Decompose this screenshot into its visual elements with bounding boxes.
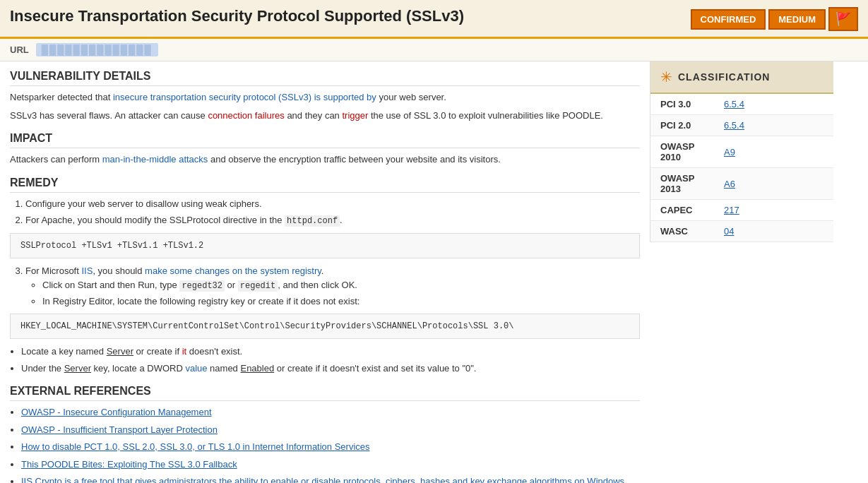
classification-row-value[interactable]: 04	[714, 221, 833, 242]
classification-sidebar: ✳ CLASSIFICATION PCI 3.06.5.4PCI 2.06.5.…	[650, 61, 833, 242]
regedit-code: regedit	[238, 280, 278, 292]
registry-key-code-block: HKEY_LOCAL_MACHINE\SYSTEM\CurrentControl…	[10, 314, 640, 339]
classification-row-label: OWASP 2013	[650, 168, 714, 200]
url-label: URL	[10, 44, 29, 55]
page-title: Insecure Transportation Security Protoco…	[10, 7, 677, 25]
vuln-highlight-3: trigger	[342, 110, 368, 121]
classification-row-label: WASC	[650, 221, 714, 242]
url-value: ██████████████	[36, 43, 158, 56]
classification-row-label: CAPEC	[650, 200, 714, 221]
remedy-step-2: For Apache, you should modify the SSLPro…	[25, 213, 640, 227]
vuln-highlight-2: connection failures	[208, 110, 284, 121]
header-bar: Insecure Transportation Security Protoco…	[0, 0, 868, 39]
make-changes-highlight: make some changes on the system registry	[145, 266, 321, 276]
registry-substeps: Click on Start and then Run, type regedt…	[42, 278, 640, 309]
iis-highlight: IIS	[81, 266, 93, 276]
header-badges: CONFIRMED MEDIUM 🚩	[691, 7, 858, 31]
classification-row-value[interactable]: 6.5.4	[714, 94, 833, 115]
classification-row-label: PCI 2.0	[650, 115, 714, 136]
main-layout: VULNERABILITY DETAILS Netsparker detecte…	[0, 61, 868, 483]
classification-row-value[interactable]: A6	[714, 168, 833, 200]
impact-heading: IMPACT	[10, 132, 640, 148]
external-ref-link[interactable]: OWASP - Insecure Configuration Managemen…	[21, 407, 212, 417]
classification-row-value[interactable]: 217	[714, 200, 833, 221]
external-references-heading: EXTERNAL REFERENCES	[10, 385, 640, 401]
classification-row: PCI 3.06.5.4	[650, 94, 833, 115]
classification-row: CAPEC217	[650, 200, 833, 221]
httpd-conf-code: httpd.conf	[285, 215, 340, 227]
classification-row: OWASP 2010A9	[650, 136, 833, 168]
server-key-step-2: Under the Server key, locate a DWORD val…	[21, 362, 640, 376]
confirmed-badge: CONFIRMED	[691, 9, 766, 30]
impact-text: Attackers can perform man-in-the-middle …	[10, 153, 640, 167]
url-row: URL ██████████████	[0, 39, 868, 61]
content-area: VULNERABILITY DETAILS Netsparker detecte…	[0, 61, 650, 483]
enabled-underline: Enabled	[240, 363, 274, 374]
impact-highlight: man-in-the-middle attacks	[102, 154, 208, 165]
remedy-step-1: Configure your web server to disallow us…	[25, 197, 640, 211]
external-ref-item: OWASP - Insufficient Transport Layer Pro…	[21, 423, 640, 437]
registry-step-1: Click on Start and then Run, type regedt…	[42, 278, 640, 292]
external-ref-item: How to disable PCT 1.0, SSL 2.0, SSL 3.0…	[21, 440, 640, 454]
external-references-list: OWASP - Insecure Configuration Managemen…	[21, 405, 640, 483]
classification-title: CLASSIFICATION	[678, 71, 770, 83]
regedt32-code: regedt32	[179, 280, 225, 292]
classification-row-label: PCI 3.0	[650, 94, 714, 115]
remedy-list: Configure your web server to disallow us…	[25, 197, 640, 228]
external-ref-item: IIS Crypto is a free tool that gives adm…	[21, 475, 640, 483]
external-ref-link[interactable]: How to disable PCT 1.0, SSL 2.0, SSL 3.0…	[21, 441, 370, 452]
classification-table: PCI 3.06.5.4PCI 2.06.5.4OWASP 2010A9OWAS…	[650, 94, 833, 242]
classification-row: WASC04	[650, 221, 833, 242]
registry-step-2: In Registry Editor, locate the following…	[42, 294, 640, 309]
it-highlight: it	[182, 346, 187, 357]
value-highlight: value	[185, 363, 207, 374]
remedy-heading: REMEDY	[10, 177, 640, 193]
vulnerability-details-heading: VULNERABILITY DETAILS	[10, 70, 640, 86]
classification-star-icon: ✳	[660, 68, 672, 85]
classification-row: PCI 2.06.5.4	[650, 115, 833, 136]
external-ref-item: OWASP - Insecure Configuration Managemen…	[21, 405, 640, 419]
classification-row-value[interactable]: 6.5.4	[714, 115, 833, 136]
external-ref-link[interactable]: OWASP - Insufficient Transport Layer Pro…	[21, 424, 218, 435]
server-underline-2: Server	[64, 363, 91, 374]
medium-badge: MEDIUM	[768, 9, 826, 30]
vuln-highlight-1: insecure transportation security protoco…	[113, 92, 376, 102]
vuln-paragraph-2: SSLv3 has several flaws. An attacker can…	[10, 109, 640, 123]
server-key-step-1: Locate a key named Server or create if i…	[21, 345, 640, 359]
classification-row: OWASP 2013A6	[650, 168, 833, 200]
classification-row-label: OWASP 2010	[650, 136, 714, 168]
classification-header: ✳ CLASSIFICATION	[650, 61, 833, 94]
external-ref-link[interactable]: IIS Crypto is a free tool that gives adm…	[21, 476, 624, 483]
server-underline-1: Server	[107, 346, 133, 357]
external-ref-item: This POODLE Bites: Exploiting The SSL 3.…	[21, 458, 640, 472]
vuln-paragraph-1: Netsparker detected that insecure transp…	[10, 90, 640, 105]
sslprotocol-code-block: SSLProtocol +TLSv1 +TLSv1.1 +TLSv1.2	[10, 233, 640, 258]
external-ref-link[interactable]: This POODLE Bites: Exploiting The SSL 3.…	[21, 459, 237, 470]
classification-row-value[interactable]: A9	[714, 136, 833, 168]
remedy-step-3: For Microsoft IIS, you should make some …	[25, 264, 640, 308]
flag-badge: 🚩	[828, 7, 858, 31]
server-key-steps: Locate a key named Server or create if i…	[21, 345, 640, 375]
remedy-list-2: For Microsoft IIS, you should make some …	[25, 264, 640, 308]
